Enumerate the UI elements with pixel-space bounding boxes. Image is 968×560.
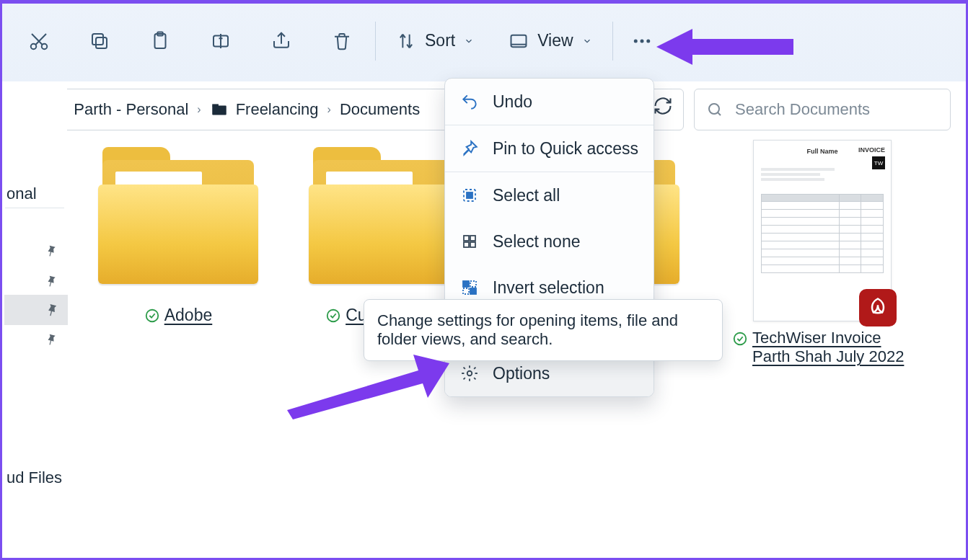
svg-point-16	[146, 309, 158, 321]
folder-item[interactable]: Adobe	[74, 147, 283, 326]
invert-selection-icon	[459, 277, 480, 298]
svg-point-29	[467, 371, 472, 376]
sidebar-item-truncated[interactable]: ud Files	[6, 468, 64, 487]
pdf-thumbnail: Full Name INVOICE TW	[753, 140, 892, 321]
sync-status-icon	[732, 331, 748, 347]
svg-rect-20	[467, 192, 472, 198]
pdf-badge-icon	[859, 289, 897, 326]
svg-rect-27	[470, 281, 476, 287]
menu-item-select-all[interactable]: Select all	[445, 172, 654, 218]
svg-rect-28	[463, 288, 469, 294]
refresh-icon	[653, 96, 673, 116]
menu-item-undo[interactable]: Undo	[445, 79, 654, 125]
sync-status-icon	[325, 308, 341, 324]
sidebar-item-truncated[interactable]: onal	[6, 185, 37, 203]
select-all-icon	[459, 185, 480, 205]
svg-rect-21	[464, 236, 469, 241]
select-none-icon	[459, 231, 480, 252]
svg-rect-24	[470, 242, 475, 247]
pin-icon	[459, 138, 480, 159]
undo-icon	[459, 92, 480, 112]
sidebar-separator	[5, 208, 64, 208]
svg-rect-23	[464, 242, 469, 247]
annotation-arrow	[280, 355, 453, 419]
tooltip: Change settings for opening items, file …	[364, 299, 723, 361]
menu-item-pin-quick-access[interactable]: Pin to Quick access	[445, 125, 654, 172]
pin-icon	[41, 271, 61, 290]
svg-point-18	[734, 333, 747, 345]
svg-marker-30	[656, 29, 793, 65]
folder-icon	[95, 156, 261, 300]
svg-rect-26	[470, 288, 476, 294]
pin-icon	[41, 241, 61, 260]
svg-marker-31	[287, 355, 449, 419]
folder-label: Adobe	[144, 306, 213, 325]
file-label: TechWiser Invoice Parth Shah July 2022	[732, 329, 912, 366]
pin-icon	[41, 299, 63, 321]
svg-rect-25	[463, 281, 469, 287]
annotation-arrow	[656, 22, 801, 72]
sync-status-icon	[144, 308, 160, 324]
menu-item-select-none[interactable]: Select none	[445, 218, 654, 265]
sidebar-pinned-item[interactable]	[44, 302, 60, 318]
pin-icon	[41, 329, 61, 349]
navigation-sidebar: onal ud Files	[2, 81, 67, 558]
refresh-button[interactable]	[653, 96, 674, 117]
svg-rect-22	[470, 236, 475, 241]
file-item[interactable]: Full Name INVOICE TW TechWiser	[721, 140, 923, 366]
svg-point-17	[327, 309, 340, 321]
sidebar-pinned-item[interactable]	[44, 274, 58, 288]
sidebar-pinned-item[interactable]	[44, 244, 58, 258]
sidebar-pinned-item[interactable]	[44, 332, 58, 347]
gear-icon	[459, 363, 480, 383]
